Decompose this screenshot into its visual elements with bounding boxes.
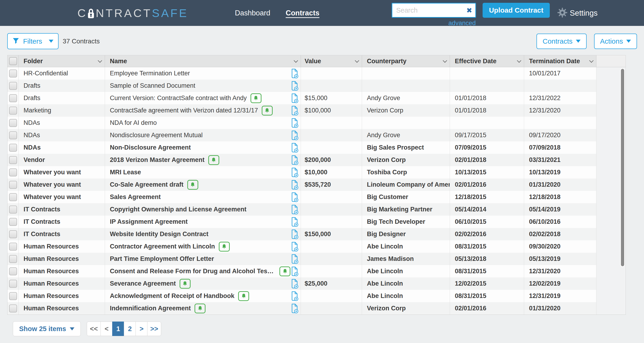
document-add-icon[interactable] <box>290 155 299 165</box>
column-header-folder[interactable]: Folder <box>19 55 105 67</box>
row-checkbox[interactable] <box>9 255 17 263</box>
table-row[interactable]: DraftsSample of Scanned Document <box>8 80 626 92</box>
settings-button[interactable]: Settings <box>557 8 598 19</box>
document-add-icon[interactable] <box>290 118 299 128</box>
pager-first[interactable]: << <box>87 322 101 336</box>
column-header-effective-date[interactable]: Effective Date <box>450 55 524 67</box>
contract-name[interactable]: Contractor Agreement with Lincoln <box>110 243 215 250</box>
document-add-icon[interactable] <box>290 68 299 79</box>
row-checkbox[interactable] <box>9 181 17 189</box>
document-add-icon[interactable] <box>290 81 299 91</box>
row-checkbox[interactable] <box>9 168 17 176</box>
contract-name[interactable]: NDA for AI demo <box>110 119 157 126</box>
row-checkbox[interactable] <box>9 292 17 300</box>
row-checkbox[interactable] <box>9 243 17 250</box>
document-add-icon[interactable] <box>290 167 299 178</box>
row-checkbox[interactable] <box>9 94 17 102</box>
row-checkbox[interactable] <box>9 193 17 201</box>
column-header-name[interactable]: Name <box>105 55 301 67</box>
document-add-icon[interactable] <box>290 254 299 264</box>
row-checkbox[interactable] <box>9 218 17 226</box>
contract-name[interactable]: Sales Agreement <box>110 194 161 201</box>
contract-name[interactable]: Acknowledgment of Receipt of Handbook <box>110 292 234 300</box>
row-checkbox[interactable] <box>9 70 17 78</box>
document-add-icon[interactable] <box>290 204 299 215</box>
select-all-checkbox[interactable] <box>9 57 17 65</box>
table-row[interactable]: Vendor2018 Verizon Master Agreement$200,… <box>8 154 626 166</box>
document-add-icon[interactable] <box>290 303 299 314</box>
contract-name[interactable]: Sample of Scanned Document <box>110 82 195 89</box>
nav-link-dashboard[interactable]: Dashboard <box>235 9 270 17</box>
table-row[interactable]: IT ContractsWebsite Identity Design Cont… <box>8 228 626 240</box>
pager-next[interactable]: > <box>136 322 148 336</box>
show-items-button[interactable]: Show 25 items <box>13 321 81 336</box>
table-row[interactable]: IT ContractsCopyright Ownership and Lice… <box>8 203 626 216</box>
row-checkbox[interactable] <box>9 131 17 139</box>
table-row[interactable]: Human ResourcesContractor Agreement with… <box>8 240 626 253</box>
document-add-icon[interactable] <box>290 266 299 276</box>
document-add-icon[interactable] <box>290 192 299 202</box>
document-add-icon[interactable] <box>290 278 299 289</box>
row-checkbox[interactable] <box>9 268 17 275</box>
table-row[interactable]: Whatever you wantCo-Sale Agreement draft… <box>8 178 626 191</box>
column-header-termination-date[interactable]: Termination Date <box>524 55 596 67</box>
table-row[interactable]: Whatever you wantSales AgreementBig Cust… <box>8 191 626 203</box>
contract-name[interactable]: 2018 Verizon Master Agreement <box>110 156 204 164</box>
document-add-icon[interactable] <box>290 106 299 116</box>
document-add-icon[interactable] <box>290 130 299 140</box>
table-row[interactable]: Human ResourcesSeverance Agreement$25,00… <box>8 278 626 290</box>
row-checkbox[interactable] <box>9 206 17 214</box>
table-row[interactable]: NDAsNon-Disclosure AgreementBig Sales Pr… <box>8 142 626 154</box>
table-row[interactable]: MarketingContractSafe agreement with Ver… <box>8 104 626 117</box>
contract-name[interactable]: Current Version: ContractSafe contract w… <box>110 94 247 102</box>
table-row[interactable]: Human ResourcesIndemnification Agreement… <box>8 302 626 314</box>
advanced-search-link[interactable]: advanced <box>448 20 476 27</box>
contract-name[interactable]: ContractSafe agreement with Verizon date… <box>110 107 258 114</box>
upload-contract-button[interactable]: Upload Contract <box>482 3 550 18</box>
table-row[interactable]: HR-ConfidentialEmployee Termination Lett… <box>8 67 626 80</box>
row-checkbox[interactable] <box>9 107 17 114</box>
table-scrollbar[interactable] <box>620 68 625 314</box>
pager-page-2[interactable]: 2 <box>124 322 136 336</box>
column-header-counterparty[interactable]: Counterparty <box>362 55 450 67</box>
contract-name[interactable]: Part Time Employment Offer Letter <box>110 255 214 262</box>
contract-name[interactable]: Nondisclosure Agreement Mutual <box>110 132 203 139</box>
table-row[interactable]: Whatever you wantMRI Lease$10,000Toshiba… <box>8 166 626 178</box>
search-input[interactable] <box>392 6 465 14</box>
row-checkbox[interactable] <box>9 144 17 152</box>
document-add-icon[interactable] <box>290 142 299 153</box>
contract-name[interactable]: IP Assignment Agreement <box>110 218 188 226</box>
table-row[interactable]: Human ResourcesAcknowledgment of Receipt… <box>8 290 626 302</box>
contract-name[interactable]: Co-Sale Agreement draft <box>110 181 184 188</box>
document-add-icon[interactable] <box>290 217 299 227</box>
table-row[interactable]: Human ResourcesPart Time Employment Offe… <box>8 253 626 265</box>
document-add-icon[interactable] <box>290 229 299 240</box>
row-checkbox[interactable] <box>9 82 17 90</box>
pager-prev[interactable]: < <box>100 322 112 336</box>
contracts-menu-button[interactable]: Contracts <box>536 34 586 49</box>
row-checkbox[interactable] <box>9 304 17 312</box>
scrollbar-thumb[interactable] <box>620 68 625 267</box>
contract-name[interactable]: Consent and Release Form for Drug and Al… <box>110 268 276 275</box>
table-row[interactable]: DraftsCurrent Version: ContractSafe cont… <box>8 92 626 104</box>
table-row[interactable]: NDAsNDA for AI demo <box>8 117 626 129</box>
contract-name[interactable]: Non-Disclosure Agreement <box>110 144 191 151</box>
contract-name[interactable]: Website Identity Design Contract <box>110 230 208 238</box>
row-checkbox[interactable] <box>9 156 17 164</box>
row-checkbox[interactable] <box>9 230 17 238</box>
document-add-icon[interactable] <box>290 180 299 190</box>
filters-button[interactable]: Filters <box>7 33 58 49</box>
actions-menu-button[interactable]: Actions <box>594 34 637 49</box>
row-checkbox[interactable] <box>9 280 17 288</box>
pager-page-1[interactable]: 1 <box>112 322 124 336</box>
table-row[interactable]: Human ResourcesConsent and Release Form … <box>8 265 626 278</box>
contract-name[interactable]: Employee Termination Letter <box>110 70 190 77</box>
column-header-value[interactable]: Value <box>301 55 362 67</box>
table-row[interactable]: NDAsNondisclosure Agreement MutualAndy G… <box>8 129 626 142</box>
contract-name[interactable]: Copyright Ownership and License Agreemen… <box>110 206 246 213</box>
document-add-icon[interactable] <box>290 93 299 103</box>
contractsafe-logo[interactable]: C NTRACTSAFE <box>78 6 188 20</box>
row-checkbox[interactable] <box>9 119 17 127</box>
contract-name[interactable]: Severance Agreement <box>110 280 176 287</box>
document-add-icon[interactable] <box>290 291 299 301</box>
